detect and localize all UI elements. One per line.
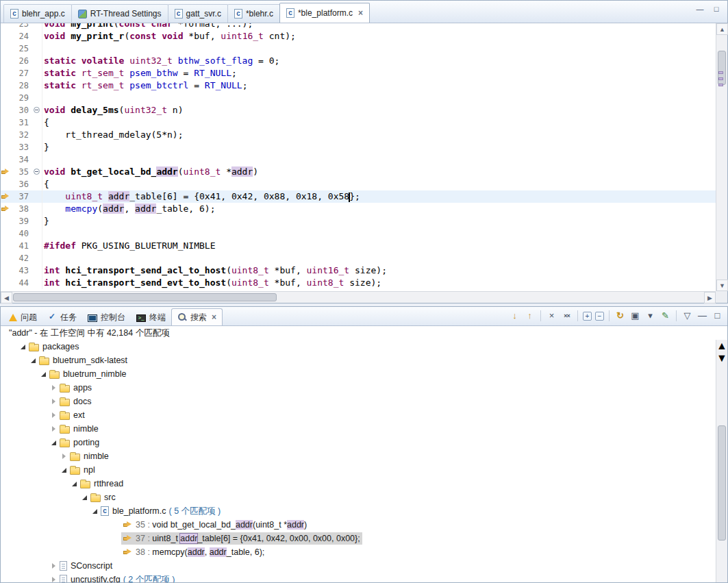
fold-collapse-icon[interactable] [34, 107, 40, 113]
panel-tab-console[interactable]: 控制台 [82, 310, 131, 325]
code-line[interactable]: 26static volatile uint32_t bthw_soft_fla… [1, 55, 716, 67]
code-line[interactable]: 32 rt_thread_mdelay(5*n); [1, 129, 716, 141]
tree-row[interactable]: docs [1, 395, 716, 408]
match-row-content[interactable]: 35 : void bt_get_local_bd_addr(uint8_t *… [121, 519, 309, 531]
scroll-down-arrow-icon[interactable]: ▼ [716, 352, 727, 364]
code-line[interactable]: 31{ [1, 116, 716, 129]
code-line[interactable]: 38 memcpy(addr, addr_table, 6); [1, 203, 716, 215]
editor-tab[interactable]: blehr_app.c [3, 4, 72, 23]
code-line[interactable]: 29 [1, 92, 716, 104]
tree-row[interactable]: packages [1, 340, 716, 353]
code-line[interactable]: 27static rt_sem_t psem_bthw = RT_NULL; [1, 67, 716, 79]
refresh-search-icon[interactable]: ↻ [614, 310, 626, 321]
expand-arrow-icon[interactable] [49, 424, 59, 434]
overview-match-mark[interactable] [718, 77, 723, 80]
prev-match-icon[interactable]: ↑ [524, 310, 536, 321]
code-line[interactable]: 23void my_print(const char *format, ...)… [1, 23, 716, 30]
editor-tab[interactable]: RT-Thread Settings [71, 4, 168, 23]
minimize-editor-icon[interactable]: — [694, 5, 705, 14]
maximize-panel-icon[interactable]: □ [712, 310, 723, 321]
tree-row[interactable]: porting [1, 436, 716, 449]
collapse-arrow-icon[interactable] [90, 506, 100, 516]
code-line[interactable]: 25 [1, 42, 716, 55]
code-line[interactable]: 42 [1, 252, 716, 264]
code-line[interactable]: 43int hci_transport_send_acl_to_host(uin… [1, 264, 716, 277]
search-match-marker-icon[interactable] [1, 193, 9, 200]
expand-arrow-icon[interactable] [49, 575, 59, 582]
close-icon[interactable]: × [212, 312, 216, 322]
expand-arrow-icon[interactable] [49, 397, 59, 406]
panel-tab-search[interactable]: 搜索× [171, 308, 223, 325]
code-line[interactable]: 44int hci_transport_send_evt_to_host(uin… [1, 277, 716, 289]
code-line[interactable]: 36{ [1, 178, 716, 190]
panel-vscroll-thumb[interactable] [718, 425, 726, 541]
collapse-all-icon[interactable]: − [595, 312, 604, 321]
expand-arrow-icon[interactable] [49, 410, 59, 420]
code-line[interactable]: 28static rt_sem_t psem_btctrl = RT_NULL; [1, 79, 716, 92]
overview-match-mark[interactable] [718, 71, 723, 74]
code-editor[interactable]: 23void my_print(const char *format, ...)… [1, 23, 716, 291]
tree-row[interactable]: apps [1, 381, 716, 395]
code-line[interactable]: 35void bt_get_local_bd_addr(uint8_t *add… [1, 166, 716, 178]
tree-row[interactable]: src [1, 491, 716, 504]
maximize-editor-icon[interactable]: □ [711, 5, 722, 14]
tree-row[interactable]: rtthread [1, 477, 716, 491]
scroll-up-arrow-icon[interactable]: ▲ [716, 23, 728, 35]
tree-row[interactable]: SConscript [1, 559, 716, 573]
cancel-search-icon[interactable]: ▣ [629, 310, 641, 321]
overview-match-mark[interactable] [718, 84, 723, 86]
editor-horizontal-scrollbar[interactable]: ◀ ▶ [1, 291, 716, 303]
remove-match-icon[interactable]: × [546, 310, 557, 321]
expand-arrow-icon[interactable] [49, 383, 59, 393]
scroll-down-arrow-icon[interactable]: ▼ [716, 280, 728, 291]
code-line[interactable]: 24void my_print_r(const void *buf, uint1… [1, 30, 716, 42]
tree-row[interactable]: nimble [1, 422, 716, 436]
tree-row[interactable]: uncrustify.cfg( 2 个匹配项 ) [1, 573, 716, 582]
tree-row[interactable]: bluetrum_sdk-latest [1, 353, 716, 367]
code-line[interactable]: 34 [1, 153, 716, 166]
expand-all-icon[interactable]: + [583, 312, 592, 321]
panel-tab-terminal[interactable]: 终端 [131, 310, 171, 325]
search-match-row[interactable]: 38 : memcpy(addr, addr_table, 6); [1, 545, 716, 559]
code-line[interactable]: 30void delay_5ms(uint32_t n) [1, 104, 716, 116]
panel-vertical-scrollbar[interactable]: ▲ ▼ [716, 340, 727, 582]
minimize-panel-icon[interactable]: — [696, 310, 708, 321]
code-line[interactable]: 39} [1, 215, 716, 227]
tree-row[interactable]: bluetrum_nimble [1, 367, 716, 381]
editor-tab[interactable]: gatt_svr.c [168, 4, 228, 23]
collapse-arrow-icon[interactable] [39, 369, 49, 379]
editor-vertical-scrollbar[interactable]: ▲ ▼ [716, 23, 727, 291]
code-line[interactable]: 40 [1, 227, 716, 240]
search-match-marker-icon[interactable] [1, 206, 9, 212]
search-match-row[interactable]: 37 : uint8_t addr_table[6] = {0x41, 0x42… [1, 532, 716, 545]
editor-tab[interactable]: *blehr.c [227, 4, 280, 23]
scroll-right-arrow-icon[interactable]: ▶ [704, 292, 716, 303]
fold-collapse-icon[interactable] [34, 169, 40, 175]
code-line[interactable]: 41#ifdef PKG_USING_BLUETRUM_NIMBLE [1, 240, 716, 252]
panel-tab-tasks[interactable]: 任务 [42, 310, 82, 325]
collapse-arrow-icon[interactable] [60, 465, 69, 475]
view-menu-icon[interactable]: ▽ [681, 310, 693, 321]
search-match-marker-icon[interactable] [1, 169, 9, 175]
editor-tab[interactable]: *ble_platform.c× [279, 3, 370, 23]
collapse-arrow-icon[interactable] [18, 342, 28, 351]
code-line[interactable]: 37 uint8_t addr_table[6] = {0x41, 0x42, … [1, 190, 716, 203]
expand-arrow-icon[interactable] [60, 451, 69, 461]
pin-search-view-icon[interactable]: ✎ [660, 310, 671, 321]
tree-row[interactable]: npl [1, 463, 716, 477]
tree-row[interactable]: ble_platform.c( 5 个匹配项 ) [1, 504, 716, 518]
tree-row[interactable]: ext [1, 408, 716, 422]
collapse-arrow-icon[interactable] [70, 479, 79, 488]
search-match-row[interactable]: 35 : void bt_get_local_bd_addr(uint8_t *… [1, 518, 716, 532]
match-row-content[interactable]: 38 : memcpy(addr, addr_table, 6); [121, 546, 266, 558]
remove-all-matches-icon[interactable]: ×× [561, 310, 573, 321]
scroll-up-arrow-icon[interactable]: ▲ [716, 340, 727, 351]
tree-row[interactable]: nimble [1, 449, 716, 463]
panel-tab-problems[interactable]: 问题 [3, 310, 42, 325]
search-history-dropdown-icon[interactable]: ▾ [644, 310, 656, 321]
next-match-icon[interactable]: ↓ [509, 310, 520, 321]
match-row-content[interactable]: 37 : uint8_t addr_table[6] = {0x41, 0x42… [121, 532, 362, 545]
expand-arrow-icon[interactable] [49, 561, 59, 571]
editor-hscroll-thumb[interactable] [13, 293, 277, 301]
scroll-left-arrow-icon[interactable]: ◀ [1, 292, 12, 303]
